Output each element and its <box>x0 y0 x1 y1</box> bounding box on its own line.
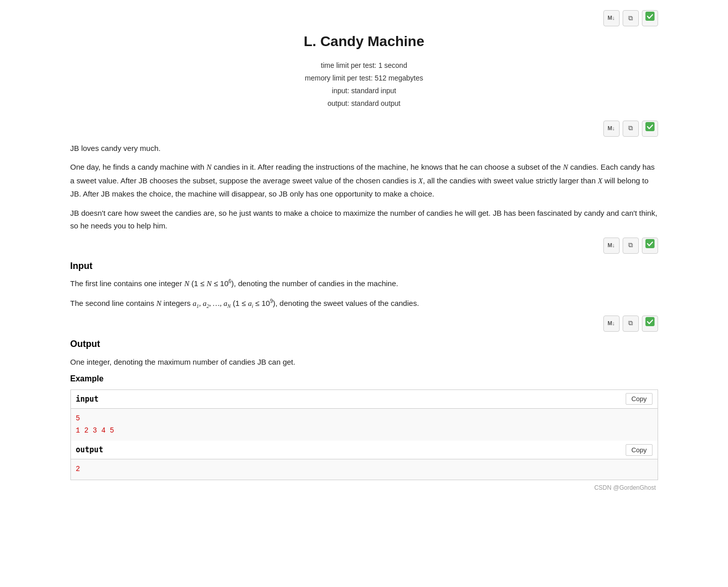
copy-icon-top: ⧉ <box>628 13 633 24</box>
input-type: input: standard input <box>70 85 658 97</box>
top-toolbar: M↓ ⧉ <box>70 10 658 26</box>
markdown-icon-stmt: M↓ <box>607 124 615 133</box>
output-toolbar: M↓ ⧉ <box>70 316 658 332</box>
example-output-cell: output Copy 2 <box>70 441 658 480</box>
svg-rect-0 <box>645 12 655 21</box>
math-ai: ai <box>248 299 253 307</box>
check-btn-input[interactable] <box>642 238 658 254</box>
example-input-header: input Copy <box>71 390 658 409</box>
markdown-icon-top: M↓ <box>607 14 615 23</box>
math-X1: X <box>418 177 423 185</box>
check-btn-top[interactable] <box>642 10 658 26</box>
check-icon-stmt <box>645 122 655 135</box>
problem-title: L. Candy Machine <box>70 30 658 53</box>
output-copy-button[interactable]: Copy <box>626 444 652 456</box>
input-line-2: 1 2 3 4 5 <box>76 425 653 437</box>
markdown-icon-input: M↓ <box>607 241 615 250</box>
markdown-btn-stmt[interactable]: M↓ <box>603 121 620 137</box>
memory-limit: memory limit per test: 512 megabytes <box>70 72 658 85</box>
example-input-row: input Copy 5 1 2 3 4 5 <box>70 389 658 441</box>
output-section: Output One integer, denoting the maximum… <box>70 337 658 368</box>
example-heading: Example <box>70 372 658 385</box>
check-btn-output[interactable] <box>642 316 658 332</box>
output-line-1: 2 <box>76 463 653 476</box>
math-N5: N <box>157 299 162 307</box>
svg-rect-3 <box>645 317 655 326</box>
output-para1: One integer, denoting the maximum number… <box>70 356 658 369</box>
copy-btn-top[interactable]: ⧉ <box>623 10 639 26</box>
input-section: Input The first line contains one intege… <box>70 259 658 310</box>
input-copy-button[interactable]: Copy <box>626 393 652 405</box>
output-type: output: standard output <box>70 97 658 110</box>
problem-meta: time limit per test: 1 second memory lim… <box>70 59 658 110</box>
check-btn-stmt[interactable] <box>642 121 658 137</box>
example-output-code: 2 <box>71 459 658 480</box>
example-input-cell: input Copy 5 1 2 3 4 5 <box>70 389 658 441</box>
markdown-icon-output: M↓ <box>607 319 615 328</box>
markdown-btn-input[interactable]: M↓ <box>603 238 620 254</box>
footer-watermark: CSDN @GordenGhost <box>70 483 658 493</box>
statement-para1: One day, he finds a candy machine with N… <box>70 161 658 201</box>
input-label: input <box>76 393 99 405</box>
copy-btn-stmt[interactable]: ⧉ <box>623 121 639 137</box>
math-a1: a1, a2, …, aN <box>193 299 231 307</box>
statement-intro: JB loves candy very much. <box>70 142 658 155</box>
input-para1: The first line contains one integer N (1… <box>70 277 658 291</box>
example-input-code: 5 1 2 3 4 5 <box>71 409 658 441</box>
math-X2: X <box>598 177 602 185</box>
copy-icon-stmt: ⧉ <box>628 123 633 134</box>
example-output-row: output Copy 2 <box>70 441 658 480</box>
input-line-1: 5 <box>76 413 653 425</box>
input-para2: The second line contains N integers a1, … <box>70 297 658 310</box>
copy-btn-output[interactable]: ⧉ <box>623 316 639 332</box>
input-heading: Input <box>70 259 658 273</box>
output-label: output <box>76 444 103 456</box>
problem-header: L. Candy Machine time limit per test: 1 … <box>70 30 658 110</box>
statement-toolbar: M↓ ⧉ <box>70 121 658 137</box>
check-icon-top <box>645 12 655 25</box>
example-table: input Copy 5 1 2 3 4 5 output <box>70 389 658 480</box>
statement-para2: JB doesn't care how sweet the candies ar… <box>70 207 658 232</box>
svg-rect-1 <box>645 122 655 131</box>
output-heading: Output <box>70 337 658 351</box>
copy-icon-output: ⧉ <box>628 318 633 329</box>
example-section: Example input Copy 5 1 2 3 4 5 <box>70 372 658 480</box>
check-icon-output <box>645 317 655 330</box>
example-output-header: output Copy <box>71 441 658 459</box>
statement-section: JB loves candy very much. One day, he fi… <box>70 142 658 232</box>
svg-rect-2 <box>645 239 655 248</box>
copy-btn-input[interactable]: ⧉ <box>623 238 639 254</box>
input-toolbar: M↓ ⧉ <box>70 238 658 254</box>
check-icon-input <box>645 239 655 252</box>
time-limit: time limit per test: 1 second <box>70 59 658 72</box>
markdown-btn-output[interactable]: M↓ <box>603 316 620 332</box>
markdown-btn-top[interactable]: M↓ <box>603 10 620 26</box>
math-N2: N <box>563 163 568 171</box>
math-N3: N <box>184 280 189 288</box>
copy-icon-input: ⧉ <box>628 240 633 251</box>
math-N4: N <box>207 280 212 288</box>
math-N1: N <box>207 163 212 171</box>
